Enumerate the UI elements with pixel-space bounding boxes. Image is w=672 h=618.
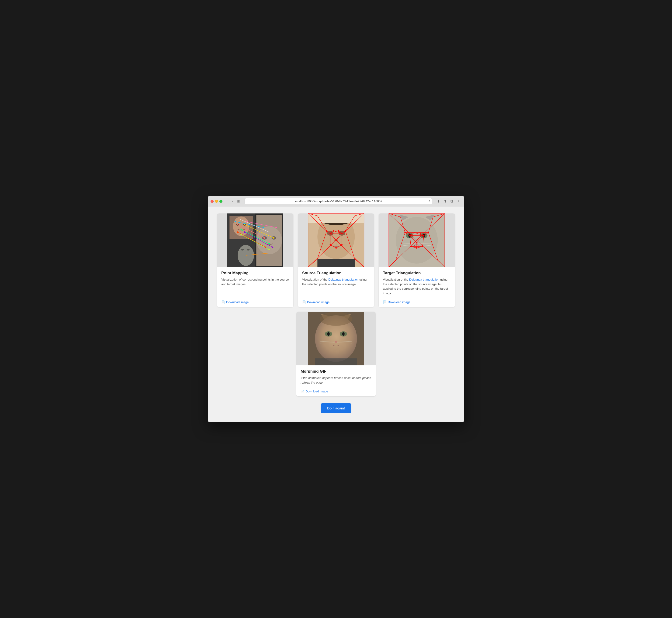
svg-point-32 [273, 237, 274, 239]
svg-point-137 [422, 246, 423, 247]
minimize-button[interactable] [215, 200, 218, 203]
target-triangulation-desc: Visualization of the Delaunay triangulat… [383, 277, 451, 296]
target-triangulation-footer: 📄 Download image [379, 298, 455, 307]
card-source-triangulation: Source Triangulation Visualization of th… [298, 213, 374, 307]
maximize-button[interactable] [220, 200, 223, 203]
svg-point-27 [246, 221, 248, 222]
svg-point-84 [326, 230, 327, 232]
target-triangulation-body: Target Triangulation Visualization of th… [379, 267, 455, 298]
download-icon-3: 📄 [383, 300, 387, 304]
svg-point-78 [329, 232, 331, 234]
source-triangulation-download[interactable]: 📄 Download image [302, 300, 370, 304]
svg-point-85 [345, 230, 346, 232]
svg-point-34 [263, 227, 264, 228]
svg-point-31 [264, 237, 265, 239]
target-triangulation-download[interactable]: 📄 Download image [383, 300, 451, 304]
svg-point-36 [265, 246, 266, 248]
do-it-again-button[interactable]: Do it again! [321, 403, 351, 413]
point-mapping-desc: Visualization of corresponding points in… [221, 277, 289, 286]
svg-point-80 [335, 239, 337, 241]
svg-point-133 [423, 235, 425, 236]
target-triangulation-title: Target Triangulation [383, 271, 451, 276]
download-status-button[interactable]: ⬇ [436, 198, 441, 204]
svg-point-135 [416, 247, 418, 249]
download-icon-2: 📄 [302, 300, 306, 304]
morphing-gif-image [297, 312, 375, 366]
source-tri-delaunay-link[interactable]: Delaunay triangulation [328, 278, 358, 281]
svg-rect-154 [315, 358, 357, 366]
svg-point-29 [244, 231, 245, 233]
back-button[interactable]: ‹ [226, 199, 229, 204]
svg-point-144 [320, 312, 352, 326]
svg-point-25 [240, 229, 242, 230]
source-triangulation-footer: 📄 Download image [298, 298, 374, 307]
svg-point-136 [410, 246, 412, 247]
svg-point-38 [268, 249, 270, 250]
url-bar[interactable] [245, 198, 432, 204]
svg-point-82 [329, 244, 331, 245]
browser-content: Point Mapping Visualization of correspon… [208, 206, 464, 422]
target-tri-desc-plain: Visualization of the [383, 278, 409, 281]
add-tab-button[interactable]: ＋ [456, 198, 461, 204]
forward-button[interactable]: › [231, 199, 234, 204]
svg-point-35 [275, 227, 277, 228]
source-triangulation-desc: Visualization of the Delaunay triangulat… [302, 277, 370, 286]
sidebar-button[interactable]: ⊞ [236, 199, 241, 204]
svg-point-134 [416, 242, 418, 243]
svg-point-81 [335, 247, 337, 249]
svg-point-148 [342, 332, 345, 336]
morphing-gif-footer: 📄 Download image [297, 387, 375, 396]
cards-grid-top: Point Mapping Visualization of correspon… [217, 213, 455, 307]
svg-point-83 [341, 244, 343, 245]
target-tri-delaunay-link[interactable]: Delaunay triangulation [409, 278, 439, 281]
reload-button[interactable]: ↺ [428, 199, 430, 203]
point-mapping-download[interactable]: 📄 Download image [221, 300, 289, 304]
card-morphing-gif: Morphing GIF If the animation appears br… [297, 312, 375, 396]
svg-rect-46 [317, 259, 355, 267]
svg-point-79 [341, 232, 343, 234]
target-tri-download-label: Download image [388, 300, 410, 304]
svg-point-86 [333, 230, 334, 232]
svg-point-87 [338, 230, 339, 232]
url-bar-wrap: ↺ [245, 198, 432, 204]
point-mapping-body: Point Mapping Visualization of correspon… [217, 267, 293, 298]
morphing-gif-download-label: Download image [306, 390, 328, 393]
point-mapping-title: Point Mapping [221, 271, 289, 276]
svg-point-132 [409, 235, 411, 236]
source-tri-download-label: Download image [307, 300, 330, 304]
svg-point-26 [235, 221, 236, 222]
morphing-gif-body: Morphing GIF If the animation appears br… [297, 366, 375, 387]
card-target-triangulation: Target Triangulation Visualization of th… [379, 213, 455, 307]
source-triangulation-title: Source Triangulation [302, 271, 370, 276]
point-mapping-image [217, 213, 293, 267]
svg-point-24 [244, 224, 245, 225]
target-triangulation-image [379, 213, 455, 267]
svg-point-147 [327, 332, 330, 336]
svg-point-30 [240, 234, 242, 235]
svg-point-23 [237, 224, 238, 225]
morphing-gif-desc: If the animation appears broken once loa… [301, 376, 371, 385]
do-it-again-wrap: Do it again! [217, 403, 455, 413]
browser-actions: ⬇ ⬆ ⧉ ＋ [436, 198, 461, 204]
svg-point-139 [428, 232, 429, 233]
svg-point-7 [241, 249, 244, 250]
source-triangulation-body: Source Triangulation Visualization of th… [298, 267, 374, 298]
download-icon-4: 📄 [301, 390, 304, 393]
point-mapping-download-label: Download image [226, 300, 249, 304]
point-mapping-footer: 📄 Download image [217, 298, 293, 307]
svg-point-138 [405, 232, 406, 233]
traffic-lights [211, 200, 223, 203]
svg-point-8 [247, 249, 250, 250]
new-tab-button[interactable]: ⧉ [449, 198, 454, 204]
cards-grid-bottom: Morphing GIF If the animation appears br… [217, 312, 455, 396]
morphing-gif-title: Morphing GIF [301, 369, 371, 374]
card-point-mapping: Point Mapping Visualization of correspon… [217, 213, 293, 307]
svg-point-28 [237, 231, 238, 233]
morphing-gif-download[interactable]: 📄 Download image [301, 390, 371, 393]
source-tri-desc-plain: Visualization of the [302, 278, 329, 281]
close-button[interactable] [211, 200, 214, 203]
download-icon: 📄 [221, 300, 225, 304]
svg-point-33 [268, 243, 270, 244]
share-button[interactable]: ⬆ [443, 198, 448, 204]
svg-point-37 [272, 246, 273, 248]
